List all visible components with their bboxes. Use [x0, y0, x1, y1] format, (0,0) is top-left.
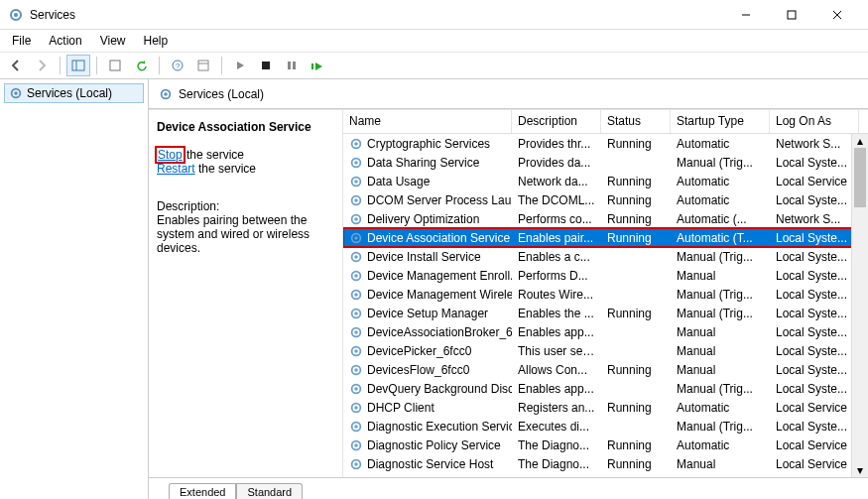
- svg-point-36: [354, 274, 358, 278]
- svg-point-54: [354, 443, 358, 447]
- col-status[interactable]: Status: [601, 110, 671, 133]
- cell-description: The Diagno...: [512, 438, 601, 452]
- table-row[interactable]: DeviceAssociationBroker_6f...Enables app…: [343, 322, 868, 341]
- cell-name: Device Management Wirele...: [343, 288, 512, 302]
- cell-name: Data Usage: [343, 175, 512, 188]
- cell-name: DevicePicker_6fcc0: [343, 344, 512, 358]
- table-row[interactable]: Device Association ServiceEnables pair..…: [343, 228, 868, 247]
- pause-service-button[interactable]: [280, 55, 304, 76]
- table-row[interactable]: Device Management Enroll...Performs D...…: [343, 266, 868, 285]
- svg-point-26: [354, 180, 358, 184]
- svg-point-32: [354, 236, 358, 240]
- menu-help[interactable]: Help: [136, 32, 177, 50]
- col-name[interactable]: Name: [343, 110, 512, 133]
- cell-description: Performs co...: [512, 212, 601, 226]
- cell-startup: Manual (Trig...: [671, 382, 770, 396]
- col-log-on-as[interactable]: Log On As: [770, 110, 859, 133]
- table-row[interactable]: Device Install ServiceEnables a c...Manu…: [343, 247, 868, 266]
- table-row[interactable]: Diagnostic Service HostThe Diagno...Runn…: [343, 454, 868, 473]
- stop-service-link[interactable]: Stop: [157, 148, 184, 162]
- menu-action[interactable]: Action: [41, 32, 89, 50]
- tree-item-services-local[interactable]: Services (Local): [4, 83, 144, 103]
- cell-description: Enables app...: [512, 325, 601, 339]
- cell-startup: Automatic: [671, 137, 770, 151]
- gear-icon: [9, 86, 23, 100]
- refresh-button[interactable]: [129, 55, 153, 76]
- col-startup-type[interactable]: Startup Type: [671, 110, 770, 133]
- back-button[interactable]: [4, 55, 28, 76]
- cell-startup: Manual (Trig...: [671, 250, 770, 264]
- svg-point-34: [354, 255, 358, 259]
- table-row[interactable]: DevicesFlow_6fcc0Allows Con...RunningMan…: [343, 360, 868, 379]
- minimize-button[interactable]: [723, 0, 769, 30]
- scroll-thumb[interactable]: [854, 148, 866, 207]
- svg-point-22: [354, 142, 358, 146]
- col-description[interactable]: Description: [512, 110, 601, 133]
- restart-service-button[interactable]: [306, 55, 329, 76]
- selected-service-name: Device Association Service: [157, 120, 334, 134]
- forward-button[interactable]: [30, 55, 54, 76]
- svg-point-1: [14, 13, 18, 17]
- start-service-button[interactable]: [228, 55, 252, 76]
- scroll-up-icon[interactable]: ▴: [852, 134, 868, 148]
- table-row[interactable]: DevQuery Background Disc...Enables app..…: [343, 379, 868, 398]
- table-row[interactable]: DCOM Server Process Laun...The DCOML...R…: [343, 190, 868, 209]
- description-text: Enables pairing between the system and w…: [157, 213, 334, 255]
- show-hide-pane-button[interactable]: [66, 55, 90, 76]
- svg-point-24: [354, 161, 358, 165]
- svg-rect-15: [293, 62, 296, 69]
- cell-startup: Automatic: [671, 401, 770, 415]
- toolbar-separator: [159, 57, 160, 74]
- menu-file[interactable]: File: [4, 32, 39, 50]
- cell-logon: Local Syste...: [770, 156, 859, 170]
- table-row[interactable]: Data UsageNetwork da...RunningAutomaticL…: [343, 172, 868, 190]
- service-list[interactable]: Cryptographic ServicesProvides thr...Run…: [343, 134, 868, 477]
- close-button[interactable]: [814, 0, 860, 30]
- cell-startup: Automatic: [671, 438, 770, 452]
- cell-status: Running: [601, 363, 671, 377]
- svg-rect-14: [288, 62, 291, 69]
- help-button[interactable]: ?: [166, 55, 189, 76]
- table-row[interactable]: DevicePicker_6fcc0This user ser...Manual…: [343, 341, 868, 360]
- svg-rect-16: [311, 63, 313, 69]
- cell-description: Enables a c...: [512, 250, 601, 264]
- cell-status: Running: [601, 438, 671, 452]
- cell-description: Performs D...: [512, 269, 601, 283]
- tab-extended[interactable]: Extended: [169, 483, 236, 499]
- toolbar-separator: [221, 57, 222, 74]
- maximize-button[interactable]: [769, 0, 814, 30]
- properties-button[interactable]: [191, 55, 215, 76]
- vertical-scrollbar[interactable]: ▴ ▾: [851, 134, 868, 477]
- export-button[interactable]: [103, 55, 127, 76]
- stop-service-button[interactable]: [254, 55, 278, 76]
- table-row[interactable]: Device Management Wirele...Routes Wire..…: [343, 285, 868, 304]
- service-actions: Stop the service Restart the service: [157, 148, 334, 176]
- cell-name: Device Install Service: [343, 250, 512, 264]
- cell-logon: Network S...: [770, 212, 859, 226]
- cell-logon: Local Syste...: [770, 193, 859, 207]
- cell-logon: Local Service: [770, 401, 859, 415]
- gear-icon: [159, 87, 173, 101]
- cell-description: Registers an...: [512, 401, 601, 415]
- cell-name: DeviceAssociationBroker_6f...: [343, 325, 512, 339]
- table-row[interactable]: Cryptographic ServicesProvides thr...Run…: [343, 134, 868, 153]
- table-row[interactable]: Data Sharing ServiceProvides da...Manual…: [343, 153, 868, 172]
- table-row[interactable]: Delivery OptimizationPerforms co...Runni…: [343, 209, 868, 228]
- menu-view[interactable]: View: [92, 32, 134, 50]
- cell-startup: Manual: [671, 269, 770, 283]
- cell-name: Diagnostic Policy Service: [343, 438, 512, 452]
- cell-name: Cryptographic Services: [343, 137, 512, 151]
- toolbar: ?: [0, 52, 868, 79]
- table-row[interactable]: Diagnostic Policy ServiceThe Diagno...Ru…: [343, 436, 868, 454]
- svg-point-40: [354, 312, 358, 315]
- svg-rect-8: [110, 61, 120, 70]
- restart-service-link[interactable]: Restart: [157, 162, 195, 176]
- services-app-icon: [8, 7, 24, 23]
- table-row[interactable]: Diagnostic Execution ServiceExecutes di.…: [343, 417, 868, 436]
- cell-description: Routes Wire...: [512, 288, 601, 302]
- tab-standard[interactable]: Standard: [236, 483, 303, 499]
- table-row[interactable]: Device Setup ManagerEnables the ...Runni…: [343, 304, 868, 322]
- svg-point-38: [354, 293, 358, 297]
- table-row[interactable]: DHCP ClientRegisters an...RunningAutomat…: [343, 398, 868, 417]
- scroll-down-icon[interactable]: ▾: [852, 463, 868, 477]
